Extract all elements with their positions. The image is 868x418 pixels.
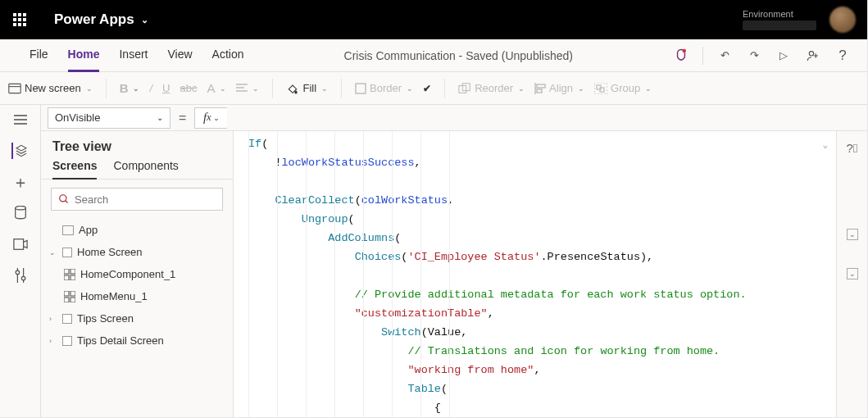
waffle-icon[interactable] <box>0 0 39 39</box>
help-icon[interactable]: ? <box>834 48 851 64</box>
align-text-button[interactable]: ⌄ <box>236 84 259 93</box>
align-label: Align <box>549 82 573 94</box>
svg-rect-16 <box>356 84 366 93</box>
underline-button[interactable]: U <box>162 82 170 94</box>
tree-search[interactable] <box>51 188 223 211</box>
expand-icon[interactable]: › <box>49 337 57 345</box>
tree-label: Home Screen <box>77 246 142 258</box>
app-name: Power Apps <box>54 11 134 28</box>
svg-rect-43 <box>70 298 75 302</box>
media-icon[interactable] <box>12 236 29 252</box>
svg-rect-8 <box>23 23 26 26</box>
tree-item-home-menu[interactable]: HomeMenu_1 <box>41 285 233 307</box>
fx-button[interactable]: fx⌄ <box>194 107 227 129</box>
svg-rect-0 <box>13 13 16 16</box>
app-icon <box>62 225 74 235</box>
svg-point-10 <box>809 51 813 55</box>
svg-rect-36 <box>64 269 69 274</box>
code-content: If( !locWorkStatusSuccess, ClearCollect(… <box>234 131 836 418</box>
svg-point-28 <box>15 206 25 210</box>
svg-rect-7 <box>18 23 21 26</box>
tree-view-title: Tree view <box>41 131 233 159</box>
svg-rect-4 <box>18 18 21 21</box>
formula-editor[interactable]: ⌄ If( !locWorkStatusSuccess, ClearCollec… <box>234 131 836 418</box>
tree-item-home-component[interactable]: HomeComponent_1 <box>41 263 233 285</box>
new-screen-label: New screen <box>25 82 81 94</box>
screen-icon <box>62 336 72 346</box>
group-label: Group <box>611 82 640 94</box>
font-color-button[interactable]: A⌄ <box>207 81 226 95</box>
tree-label: HomeMenu_1 <box>80 290 148 302</box>
environment-label: Environment <box>743 9 816 20</box>
fill-button[interactable]: Fill⌄ <box>286 82 328 95</box>
italic-button[interactable]: / <box>149 82 152 94</box>
group-button[interactable]: Group⌄ <box>594 82 652 94</box>
svg-rect-39 <box>70 275 75 280</box>
menu-action[interactable]: Action <box>212 48 244 64</box>
app-checker-icon[interactable] <box>673 48 689 64</box>
tree-label: Tips Detail Screen <box>77 334 164 347</box>
right-panel-dropdown[interactable]: ⌄ <box>847 229 858 240</box>
new-screen-button[interactable]: New screen ⌄ <box>8 82 93 94</box>
redo-icon[interactable]: ↷ <box>746 48 762 64</box>
svg-rect-37 <box>70 269 75 274</box>
strikethrough-button[interactable]: abc <box>180 82 198 94</box>
data-icon[interactable] <box>12 205 29 221</box>
svg-point-33 <box>21 276 25 280</box>
screen-icon <box>62 248 72 257</box>
border-button[interactable]: Border⌄ <box>355 82 413 94</box>
app-title[interactable]: Power Apps ⌄ <box>39 11 148 28</box>
svg-rect-6 <box>13 23 16 26</box>
expand-icon[interactable]: › <box>49 315 57 323</box>
share-icon[interactable] <box>805 48 821 64</box>
menu-view[interactable]: View <box>167 48 192 64</box>
tree-item-app[interactable]: App <box>41 219 233 241</box>
chevron-down-icon: ⌄ <box>141 15 148 25</box>
environment-value-redacted <box>743 20 816 30</box>
svg-rect-2 <box>23 13 26 16</box>
menu-home[interactable]: Home <box>68 48 100 64</box>
hamburger-icon[interactable] <box>12 111 29 128</box>
tree-item-tips-detail-screen[interactable]: › Tips Detail Screen <box>41 329 233 352</box>
bold-button[interactable]: B ⌄ <box>120 81 140 95</box>
menu-insert[interactable]: Insert <box>119 48 148 64</box>
advanced-tools-icon[interactable] <box>12 267 29 284</box>
svg-rect-40 <box>64 291 69 296</box>
svg-rect-20 <box>537 84 545 88</box>
svg-point-9 <box>683 48 687 52</box>
tree-label: Tips Screen <box>77 312 134 325</box>
right-panel-dropdown[interactable]: ⌄ <box>847 268 858 279</box>
tree-item-home-screen[interactable]: ⌄ Home Screen <box>41 241 233 263</box>
chevron-down-icon: ⌄ <box>157 113 163 122</box>
expand-toolbar-button[interactable]: ✔ <box>423 83 431 94</box>
menu-file[interactable]: File <box>30 48 48 64</box>
tab-components[interactable]: Components <box>113 159 178 179</box>
tree-label: App <box>79 224 98 236</box>
reorder-button[interactable]: Reorder⌄ <box>458 82 525 94</box>
svg-rect-41 <box>70 291 75 296</box>
svg-rect-29 <box>13 239 23 250</box>
svg-rect-38 <box>64 275 69 280</box>
tree-item-tips-screen[interactable]: › Tips Screen <box>41 307 233 329</box>
tab-screens[interactable]: Screens <box>52 159 97 179</box>
avatar[interactable] <box>829 7 856 33</box>
svg-rect-1 <box>18 13 21 16</box>
insert-icon[interactable]: ＋ <box>12 174 29 190</box>
component-icon <box>64 269 75 280</box>
undo-icon[interactable]: ↶ <box>716 48 733 64</box>
environment-picker[interactable]: Environment <box>743 9 829 30</box>
svg-line-35 <box>66 201 68 203</box>
border-label: Border <box>370 82 402 94</box>
equals-sign: = <box>170 111 194 125</box>
properties-help-icon[interactable]: ?⃝ <box>847 141 858 155</box>
collapse-icon[interactable]: ⌄ <box>49 248 57 257</box>
align-button[interactable]: Align⌄ <box>534 82 584 94</box>
fill-label: Fill <box>302 82 316 94</box>
chevron-down-icon: ⌄ <box>86 84 93 93</box>
formula-expand-icon[interactable]: ⌄ <box>822 136 828 155</box>
play-icon[interactable]: ▷ <box>775 48 792 64</box>
tree-view-icon[interactable] <box>11 143 28 159</box>
search-input[interactable] <box>75 193 216 206</box>
property-selector[interactable]: OnVisible ⌄ <box>48 107 170 129</box>
component-icon <box>64 291 75 302</box>
